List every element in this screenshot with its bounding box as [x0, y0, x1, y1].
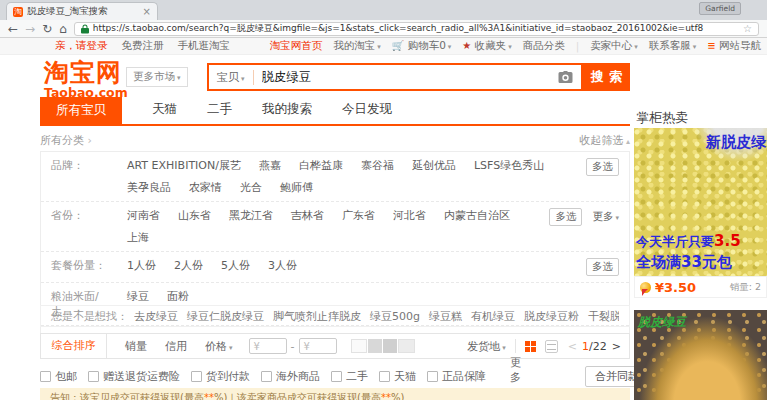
more-link[interactable]: 更多	[592, 210, 619, 224]
price-min-input[interactable]: ¥	[249, 338, 287, 354]
cart-menu[interactable]: 🛒 购物车0	[392, 39, 452, 53]
brand-option[interactable]: 燕嘉	[259, 158, 281, 173]
province-option[interactable]: 吉林省	[291, 208, 324, 223]
province-option[interactable]: 河北省	[393, 208, 426, 223]
mobile-taobao-link[interactable]: 手机逛淘宝	[178, 39, 231, 53]
portion-option[interactable]: 2人份	[174, 258, 203, 273]
service-checkbox[interactable]: 二手	[331, 369, 368, 384]
checkbox-icon[interactable]	[379, 371, 390, 382]
service-checkbox[interactable]: 天猫	[379, 369, 416, 384]
brand-option[interactable]: 美孕良品	[127, 180, 171, 195]
collapse-filters-link[interactable]: 收起筛选	[579, 133, 630, 148]
login-link[interactable]: 亲，请登录	[55, 39, 108, 53]
bookmark-star-icon[interactable]: ☆	[743, 23, 752, 34]
tab-close-icon[interactable]: ×	[143, 6, 151, 17]
prev-page-icon[interactable]: <	[568, 340, 577, 353]
taobao-logo[interactable]: 淘宝网 Taobao.com	[44, 60, 128, 100]
browser-profile-chip[interactable]: Garfield	[699, 2, 741, 15]
province-option[interactable]: 内蒙古自治区	[444, 208, 510, 223]
brand-option[interactable]: 白桦益康	[299, 158, 343, 173]
url-box[interactable]: https://s.taobao.com/search?q=脱皮绿豆&imgfi…	[74, 22, 759, 36]
register-link[interactable]: 免费注册	[122, 39, 164, 53]
categories-link[interactable]: 商品分类	[523, 39, 565, 53]
suggestion-link[interactable]: 脱皮绿豆粉	[524, 309, 579, 324]
grain-option[interactable]: 绿豆	[127, 289, 149, 304]
portion-option[interactable]: 5人份	[221, 258, 250, 273]
search-scope-dropdown[interactable]: 宝贝	[209, 70, 254, 85]
brand-option[interactable]: 寨谷福	[361, 158, 394, 173]
back-icon[interactable]: ←	[8, 23, 18, 35]
multi-select-button[interactable]: 多选	[549, 208, 582, 226]
grain-option[interactable]: 面粉	[167, 289, 189, 304]
sitemap-icon: ≡	[707, 40, 715, 51]
sort-credit[interactable]: 信用	[165, 339, 187, 354]
portion-option[interactable]: 1人份	[127, 258, 156, 273]
checkbox-icon[interactable]	[331, 371, 342, 382]
result-tab[interactable]: 二手	[207, 101, 232, 124]
price-histogram-slider[interactable]	[351, 339, 415, 353]
service-checkbox[interactable]: 包邮	[40, 369, 77, 384]
sort-bar: 综合排序 销量 信用 价格 ¥ - ¥ 发货地 < 1/22 >	[40, 333, 630, 359]
province-option[interactable]: 黑龙江省	[229, 208, 273, 223]
ship-from-dropdown[interactable]: 发货地	[467, 339, 506, 354]
service-checkbox[interactable]: 海外商品	[261, 369, 320, 384]
price-max-input[interactable]: ¥	[299, 338, 337, 354]
checkbox-icon[interactable]	[427, 371, 438, 382]
image-search-camera-icon[interactable]	[558, 71, 573, 83]
search-button[interactable]: 搜索	[583, 63, 630, 91]
brand-option[interactable]: 农家情	[189, 180, 222, 195]
multi-select-button[interactable]: 多选	[586, 158, 619, 176]
notice-bar: 告知：该宝贝成交可获得返现(最高**%)｜该卖家商品成交可获得返现(最高**%)	[40, 388, 630, 400]
sort-default[interactable]: 综合排序	[41, 334, 107, 358]
province-option[interactable]: 上海	[127, 230, 149, 245]
suggestion-link[interactable]: 绿豆500g	[370, 309, 420, 324]
province-option[interactable]: 山东省	[178, 208, 211, 223]
suggestion-link[interactable]: 去皮绿豆	[134, 309, 178, 324]
more-markets-button[interactable]: 更多市场	[126, 67, 188, 87]
suggestion-link[interactable]: 绿豆糕	[429, 309, 462, 324]
my-taobao-menu[interactable]: 我的淘宝	[333, 39, 381, 53]
brand-option[interactable]: 光合	[240, 180, 262, 195]
checkbox-icon[interactable]	[261, 371, 272, 382]
favorites-menu[interactable]: ★ 收藏夹	[462, 39, 511, 53]
home-icon[interactable]: ⌂	[59, 23, 67, 35]
reload-icon[interactable]: ↻	[42, 23, 52, 35]
search-input[interactable]	[254, 70, 558, 85]
suggestion-link[interactable]: 干裂脱皮	[588, 309, 619, 324]
grid-view-icon[interactable]	[525, 341, 536, 352]
seller-center-menu[interactable]: 卖家中心	[590, 39, 638, 53]
list-view-icon[interactable]	[545, 340, 558, 353]
province-option[interactable]: 广东省	[342, 208, 375, 223]
service-checkbox[interactable]: 正品保障	[427, 369, 486, 384]
brand-option[interactable]: 延创优品	[412, 158, 456, 173]
checkbox-icon[interactable]	[88, 371, 99, 382]
checkbox-icon[interactable]	[40, 371, 51, 382]
province-option[interactable]: 河南省	[127, 208, 160, 223]
result-tab[interactable]: 今日发现	[342, 101, 392, 124]
next-page-icon[interactable]: >	[612, 340, 621, 353]
sort-sales[interactable]: 销量	[125, 339, 147, 354]
browser-tab[interactable]: 脱皮绿豆_淘宝搜索 ×	[6, 2, 158, 20]
all-categories-link[interactable]: 所有分类	[40, 133, 92, 148]
suggestion-link[interactable]: 脚气喷剂止痒脱皮	[273, 309, 361, 324]
suggestion-link[interactable]: 绿豆仁脱皮绿豆	[187, 309, 264, 324]
service-checkbox[interactable]: 货到付款	[191, 369, 250, 384]
brand-option[interactable]: ART EXHIBITION/展艺	[127, 158, 241, 173]
service-checkbox[interactable]: 赠送退货运费险	[88, 369, 180, 384]
sitemap-link[interactable]: ≡ 网站导航	[707, 39, 761, 53]
taobao-home-link[interactable]: 淘宝网首页	[270, 39, 323, 53]
result-tab[interactable]: 天猫	[152, 101, 177, 124]
brand-option[interactable]: 鲍师傅	[280, 180, 313, 195]
result-tab[interactable]: 我的搜索	[262, 101, 312, 124]
checkbox-icon[interactable]	[191, 371, 202, 382]
contact-service-menu[interactable]: 联系客服	[649, 39, 697, 53]
sort-price[interactable]: 价格	[205, 339, 233, 354]
multi-select-button[interactable]: 多选	[586, 258, 619, 276]
forward-icon[interactable]: →	[25, 23, 35, 35]
portion-option[interactable]: 3人份	[268, 258, 297, 273]
brand-option[interactable]: LSFS绿色秀山	[474, 158, 544, 173]
tab-all-items[interactable]: 所有宝贝	[40, 97, 122, 124]
hot-sale-ad2-image[interactable]: 脱皮绿豆	[634, 310, 767, 400]
hot-sale-ad-image[interactable]: 新脱皮绿 今天半斤只要3.5 全场满33元包	[634, 128, 767, 276]
suggestion-link[interactable]: 有机绿豆	[471, 309, 515, 324]
